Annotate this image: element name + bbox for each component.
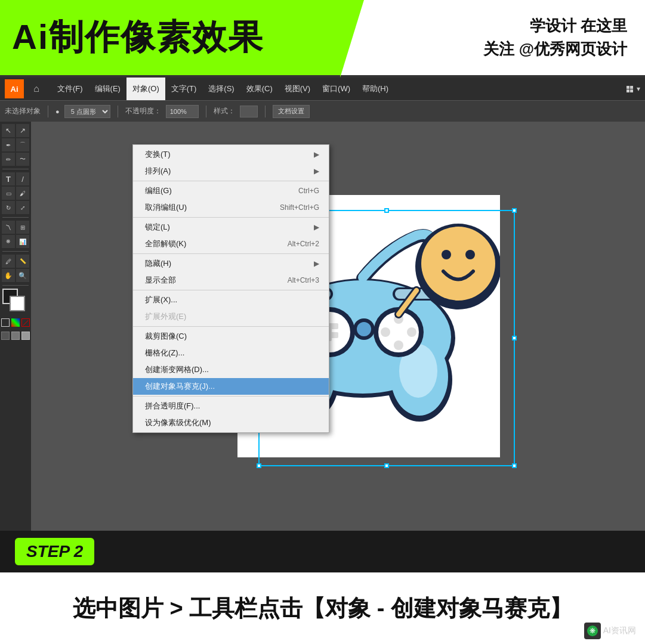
tool-row-6: ↻ ⤢	[2, 201, 29, 214]
shape-select[interactable]: 5 点圆形	[64, 105, 110, 118]
tool-sep-2	[2, 217, 29, 218]
free-transform-tool[interactable]: ⊞	[16, 221, 29, 234]
snowflake-icon: ❋	[587, 625, 598, 637]
bottom-description: 选中图片 > 工具栏点击【对象 - 创建对象马赛克】	[0, 572, 645, 644]
ai-app-window: Ai ⌂ 文件(F) 编辑(E) 对象(O) 文字(T) 选择(S) 效果(C)…	[0, 78, 645, 531]
tool-row-2: ✒ ⌒	[2, 138, 29, 151]
handle-mr	[512, 336, 517, 340]
canvas-area: ↖ ↗ ✒ ⌒ ✏ 〜 T / ▭ 🖌 ↻ ⤢	[0, 122, 645, 531]
menu-text[interactable]: 文字(T)	[165, 78, 203, 100]
step-badge: STEP 2	[15, 538, 94, 565]
handle-bl	[257, 463, 261, 468]
tool-sep-1	[2, 169, 29, 169]
eyedropper-tool[interactable]: 🖉	[2, 255, 15, 268]
main-canvas: 变换(T) ▶ 排列(A) ▶ 编组(G) Ctrl+G	[31, 122, 645, 531]
opacity-input[interactable]	[166, 105, 199, 118]
banner-title: Ai制作像素效果	[12, 14, 264, 61]
svg-point-17	[407, 327, 416, 337]
menu-object[interactable]: 对象(O)	[126, 78, 165, 100]
rotate-tool[interactable]: ↻	[2, 201, 15, 214]
dropdown-section-1: 变换(T) ▶ 排列(A) ▶	[133, 145, 329, 181]
svg-point-26	[421, 227, 495, 301]
symbol-tool[interactable]: ❋	[2, 235, 15, 248]
watermark-icon: ❋	[584, 623, 601, 639]
dot-indicator: ●	[55, 108, 60, 115]
description-text: 选中图片 > 工具栏点击【对象 - 创建对象马赛克】	[73, 593, 572, 624]
toolbar-sep-3	[206, 106, 206, 117]
tool-row-9: 🖉 📏	[2, 255, 29, 268]
panel-extra-3[interactable]	[21, 332, 30, 340]
menu-right-icons: ▾	[627, 85, 640, 93]
svg-point-18	[394, 340, 403, 350]
gradient-color[interactable]	[11, 318, 20, 327]
menu-edit[interactable]: 编辑(E)	[89, 78, 126, 100]
menu-items: 文件(F) 编辑(E) 对象(O) 文字(T) 选择(S) 效果(C) 视图(V…	[51, 78, 394, 100]
rect-tool[interactable]: ▭	[2, 187, 15, 200]
line-tool[interactable]: /	[16, 172, 29, 185]
select-tool[interactable]: ↖	[2, 124, 15, 137]
svg-point-28	[465, 250, 475, 259]
tool-row-5: ▭ 🖌	[2, 187, 29, 200]
dropdown-item-transform[interactable]: 变换(T) ▶	[133, 146, 329, 163]
tool-row-1: ↖ ↗	[2, 124, 29, 137]
workspace-icon[interactable]	[627, 86, 633, 92]
tool-row-7: 〽 ⊞	[2, 221, 29, 234]
bottom-section: STEP 2 选中图片 > 工具栏点击【对象 - 创建对象马赛克】 ❋ AI资讯…	[0, 531, 645, 644]
hand-tool[interactable]: ✋	[2, 269, 15, 282]
menu-window[interactable]: 窗口(W)	[316, 78, 356, 100]
handle-tr	[512, 208, 517, 213]
svg-point-20	[357, 322, 371, 336]
menu-help[interactable]: 帮助(H)	[356, 78, 394, 100]
column-graph-tool[interactable]: 📊	[16, 235, 29, 248]
brush-tool[interactable]: 🖌	[16, 187, 29, 200]
dropdown-item-arrange[interactable]: 排列(A) ▶	[133, 163, 329, 179]
tool-sep-4	[2, 285, 29, 286]
svg-rect-22	[288, 289, 331, 299]
background-color[interactable]	[10, 296, 25, 311]
tool-row-8: ❋ 📊	[2, 235, 29, 248]
canvas-artboard	[237, 195, 500, 457]
panel-extras	[1, 332, 30, 340]
home-icon[interactable]: ⌂	[29, 81, 44, 97]
pencil-tool[interactable]: ✏	[2, 153, 15, 166]
direct-select-tool[interactable]: ↗	[16, 124, 29, 137]
banner-right: 学设计 在这里 关注 @优秀网页设计	[340, 0, 645, 75]
warp-tool[interactable]: 〽	[2, 221, 15, 234]
top-banner: Ai制作像素效果 学设计 在这里 关注 @优秀网页设计	[0, 0, 645, 78]
curvature-tool[interactable]: ⌒	[16, 138, 29, 151]
toolbar-sep-2	[118, 106, 118, 117]
menu-bar: Ai ⌂ 文件(F) 编辑(E) 对象(O) 文字(T) 选择(S) 效果(C)…	[0, 78, 645, 100]
step-banner: STEP 2	[0, 531, 645, 572]
handle-bm	[384, 463, 389, 468]
panel-extra-1[interactable]	[1, 332, 10, 340]
tools-panel: ↖ ↗ ✒ ⌒ ✏ 〜 T / ▭ 🖌 ↻ ⤢	[0, 122, 31, 531]
watermark-text: AI资讯网	[603, 626, 636, 636]
opacity-label: 不透明度：	[125, 106, 161, 116]
handle-br	[512, 463, 517, 468]
pen-tool[interactable]: ✒	[2, 138, 15, 151]
menu-select[interactable]: 选择(S)	[202, 78, 240, 100]
toolbar-sep-4	[265, 106, 266, 117]
svg-point-16	[381, 327, 390, 337]
tool-row-3: ✏ 〜	[2, 153, 29, 166]
color-mode-row	[1, 318, 30, 327]
style-preview	[240, 106, 258, 117]
zoom-tool[interactable]: 🔍	[16, 269, 29, 282]
banner-subtitle: 学设计 在这里 关注 @优秀网页设计	[483, 14, 627, 61]
menu-file[interactable]: 文件(F)	[51, 78, 89, 100]
scale-tool[interactable]: ⤢	[16, 201, 29, 214]
none-color[interactable]	[1, 318, 10, 327]
panel-extra-2[interactable]	[11, 332, 20, 340]
type-tool[interactable]: T	[2, 172, 15, 185]
doc-settings-btn[interactable]: 文档设置	[273, 105, 310, 118]
game-controller-svg	[237, 195, 500, 457]
tool-row-4: T /	[2, 172, 29, 185]
measure-tool[interactable]: 📏	[16, 255, 29, 268]
no-color[interactable]	[21, 318, 30, 327]
style-label: 样式：	[214, 106, 235, 116]
ai-logo: Ai	[5, 79, 24, 98]
smooth-tool[interactable]: 〜	[16, 153, 29, 166]
menu-view[interactable]: 视图(V)	[279, 78, 316, 100]
toolbar-sep-1	[48, 106, 48, 117]
menu-effect[interactable]: 效果(C)	[240, 78, 279, 100]
